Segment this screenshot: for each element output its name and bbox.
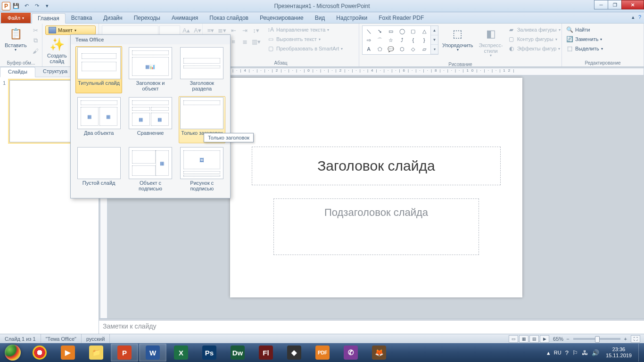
shape-callout-icon[interactable]: 💬 bbox=[386, 45, 396, 53]
view-reading-icon[interactable]: ▤ bbox=[529, 335, 539, 343]
task-viber[interactable]: ✆ bbox=[337, 344, 364, 362]
find-button[interactable]: 🔍Найти bbox=[565, 25, 604, 34]
copy-icon[interactable]: ⧉ bbox=[31, 36, 41, 45]
tray-network-icon[interactable]: 🖧 bbox=[582, 349, 588, 356]
justify-icon[interactable]: ≣ bbox=[239, 37, 250, 46]
shapes-scroll-down-icon[interactable]: ▼ bbox=[431, 35, 438, 45]
shape-text-icon[interactable]: A bbox=[363, 45, 374, 53]
tray-show-hidden-icon[interactable]: ▴ bbox=[547, 349, 550, 356]
slide-canvas[interactable]: Заголовок слайда Подзаголовок слайда bbox=[230, 78, 522, 297]
app-icon[interactable]: P bbox=[2, 2, 10, 10]
text-direction-button[interactable]: ↕AНаправление текста▾ bbox=[266, 25, 344, 34]
shape-polygon-icon[interactable]: ⬠ bbox=[375, 45, 386, 53]
layout-item-blank[interactable]: Пустой слайд bbox=[75, 146, 122, 193]
shape-arrow2-icon[interactable]: ⇨ bbox=[363, 36, 374, 44]
zoom-in-icon[interactable]: + bbox=[624, 336, 627, 342]
qat-undo-icon[interactable]: ↶ bbox=[22, 1, 31, 11]
tray-language[interactable]: RU bbox=[554, 350, 561, 355]
shape-hex-icon[interactable]: ⬡ bbox=[397, 45, 408, 53]
numbering-icon[interactable]: ≣▾ bbox=[217, 25, 227, 35]
shapes-more-icon[interactable]: ▾ bbox=[431, 45, 438, 54]
tab-addins[interactable]: Надстройки bbox=[330, 13, 373, 23]
task-word[interactable]: W bbox=[139, 344, 166, 362]
shape-triangle-icon[interactable]: △ bbox=[419, 27, 430, 35]
columns-icon[interactable]: ▥▾ bbox=[251, 37, 261, 46]
tab-file[interactable]: Файл ▾ bbox=[1, 13, 31, 23]
tab-foxit[interactable]: Foxit Reader PDF bbox=[373, 13, 429, 23]
shape-diamond-icon[interactable]: ◇ bbox=[408, 45, 419, 53]
bullets-icon[interactable]: ≡▾ bbox=[206, 25, 216, 35]
minimize-ribbon-icon[interactable]: ▴ bbox=[632, 14, 635, 20]
shrink-font-icon[interactable]: A▾ bbox=[192, 25, 203, 35]
layout-item-two-content[interactable]: ▦▦ Два объекта bbox=[75, 96, 122, 143]
align-text-button[interactable]: ▭Выровнять текст▾ bbox=[266, 35, 344, 43]
shape-curve-icon[interactable]: ⌒ bbox=[375, 36, 386, 44]
view-slideshow-icon[interactable]: ▶ bbox=[540, 335, 549, 343]
fit-to-window-icon[interactable]: ⛶ bbox=[631, 335, 640, 343]
new-slide-button[interactable]: ✨ Создать слайд bbox=[45, 36, 69, 65]
pane-tab-outline[interactable]: Структура bbox=[35, 67, 75, 77]
layout-item-picture-caption[interactable]: 🖼 Рисунок с подписью bbox=[179, 146, 225, 193]
tray-flag-icon[interactable]: ⚐ bbox=[572, 349, 578, 356]
line-spacing-icon[interactable]: ↕▾ bbox=[251, 25, 261, 35]
shape-brace2-icon[interactable]: } bbox=[419, 36, 430, 44]
shape-line-icon[interactable]: ＼ bbox=[363, 27, 374, 35]
shapes-gallery[interactable]: ＼ ➘ ▭ ◯ ▢ △ ⇨ ⌒ ☆ ⤴ { } A ⬠ 💬 ⬡ ◇ bbox=[362, 25, 431, 55]
cut-icon[interactable]: ✂ bbox=[31, 25, 41, 35]
status-language[interactable]: русский bbox=[82, 334, 110, 343]
shape-connector-icon[interactable]: ⤴ bbox=[397, 36, 408, 44]
paste-button[interactable]: 📋 Вставить ▾ bbox=[3, 25, 29, 53]
minimize-button[interactable]: ─ bbox=[594, 0, 608, 9]
title-placeholder[interactable]: Заголовок слайда bbox=[252, 147, 501, 185]
shape-effects-button[interactable]: ◐Эффекты фигур▾ bbox=[507, 44, 561, 53]
task-inkscape[interactable]: ◆ bbox=[281, 344, 308, 362]
close-button[interactable]: ✕ bbox=[621, 0, 644, 9]
pane-tab-slides[interactable]: Слайды bbox=[0, 67, 35, 77]
select-button[interactable]: ⬚Выделить▾ bbox=[565, 44, 604, 53]
qat-save-icon[interactable]: 💾 bbox=[11, 1, 21, 11]
layout-item-title-slide[interactable]: Титульный слайд bbox=[75, 46, 122, 93]
start-button[interactable] bbox=[0, 343, 25, 362]
zoom-percent[interactable]: 65% bbox=[553, 336, 563, 342]
notes-pane[interactable]: Заметки к слайду bbox=[99, 321, 644, 334]
shape-ellipse-icon[interactable]: ◯ bbox=[397, 27, 408, 35]
task-flash[interactable]: Fl bbox=[252, 344, 280, 362]
shape-arrow-icon[interactable]: ➘ bbox=[375, 27, 386, 35]
tab-animations[interactable]: Анимация bbox=[166, 13, 204, 23]
decrease-indent-icon[interactable]: ⇤ bbox=[228, 25, 239, 35]
layout-dropdown[interactable]: Макет▾ bbox=[45, 25, 96, 35]
view-sorter-icon[interactable]: ▦ bbox=[519, 335, 528, 343]
tray-help-icon[interactable]: ? bbox=[565, 349, 569, 356]
tab-view[interactable]: Вид bbox=[309, 13, 331, 23]
shape-rect-icon[interactable]: ▭ bbox=[386, 27, 396, 35]
shape-fill-button[interactable]: ▰Заливка фигуры▾ bbox=[507, 25, 561, 34]
shape-brace-icon[interactable]: { bbox=[408, 36, 419, 44]
maximize-button[interactable]: ❐ bbox=[608, 0, 622, 9]
task-foxit[interactable]: PDF bbox=[309, 344, 336, 362]
shape-roundrect-icon[interactable]: ▢ bbox=[408, 27, 419, 35]
task-powerpoint[interactable]: P bbox=[111, 344, 138, 362]
shape-flow-icon[interactable]: ▱ bbox=[419, 45, 430, 53]
tray-clock[interactable]: 23:36 15.11.2019 bbox=[603, 346, 635, 359]
increase-indent-icon[interactable]: ⇥ bbox=[239, 25, 250, 35]
task-chrome[interactable] bbox=[26, 344, 53, 362]
shape-star-icon[interactable]: ☆ bbox=[386, 36, 396, 44]
tray-volume-icon[interactable]: 🔊 bbox=[592, 349, 599, 356]
grow-font-icon[interactable]: A▴ bbox=[181, 25, 191, 35]
tab-insert[interactable]: Вставка bbox=[66, 13, 98, 23]
help-icon[interactable]: ? bbox=[638, 14, 641, 20]
shapes-scroll-up-icon[interactable]: ▲ bbox=[431, 26, 438, 35]
layout-item-content-caption[interactable]: ▦ Объект с подписью bbox=[127, 146, 173, 193]
layout-item-title-content[interactable]: ▦📊 Заголовок и объект bbox=[127, 46, 173, 93]
layout-item-section-header[interactable]: Заголовок раздела bbox=[179, 46, 225, 93]
quick-styles-button[interactable]: ◧ Экспресс-стили▾ bbox=[477, 25, 504, 59]
convert-smartart-button[interactable]: ▢Преобразовать в SmartArt▾ bbox=[266, 44, 344, 53]
qat-redo-icon[interactable]: ↷ bbox=[32, 1, 41, 11]
tab-transitions[interactable]: Переходы bbox=[128, 13, 166, 23]
status-theme[interactable]: "Тема Office" bbox=[41, 334, 82, 343]
zoom-out-icon[interactable]: − bbox=[566, 336, 569, 342]
shape-outline-button[interactable]: ▢Контур фигуры▾ bbox=[507, 35, 561, 43]
subtitle-placeholder[interactable]: Подзаголовок слайда bbox=[273, 198, 479, 255]
replace-button[interactable]: 🔄Заменить▾ bbox=[565, 35, 604, 43]
task-dreamweaver[interactable]: Dw bbox=[224, 344, 251, 362]
